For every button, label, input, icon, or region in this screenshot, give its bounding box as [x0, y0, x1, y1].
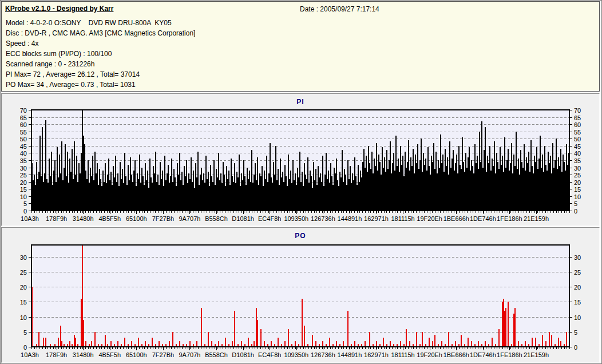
pi-bar: [419, 160, 421, 211]
pi-bar: [305, 175, 306, 211]
pi-bar: [540, 136, 541, 211]
pi-bar: [68, 183, 69, 211]
po-bar: [498, 329, 500, 347]
po-x-tick-label: 1DE746h: [470, 351, 496, 358]
pi-bar: [251, 150, 252, 211]
pi-bar: [173, 169, 175, 211]
pi-bar: [303, 186, 304, 211]
pi-bar: [296, 185, 297, 211]
po-bar: [45, 338, 46, 347]
pi-bar: [501, 165, 502, 211]
pi-bar: [485, 127, 486, 211]
pi-bar: [558, 157, 559, 211]
pi-bar: [397, 166, 398, 211]
pi-bar: [345, 175, 346, 211]
pi-bar: [512, 173, 513, 211]
pi-bar: [223, 162, 224, 211]
po-y-tick-label: 5: [23, 329, 27, 336]
pi-bar: [508, 149, 509, 211]
pi-bar: [227, 179, 228, 211]
pi-bar: [401, 165, 402, 211]
pi-bar: [211, 176, 212, 211]
pi-bar: [418, 169, 419, 211]
info-line-model: Model : 4-0-2-0 O:SONY DVD RW DRU-800A K…: [6, 18, 195, 28]
pi-bar: [229, 185, 231, 211]
pi-bar: [526, 157, 527, 211]
pi-bar: [543, 172, 544, 211]
pi-bar: [318, 166, 319, 211]
po-bar: [383, 338, 384, 347]
pi-y-tick-label: 60: [574, 121, 581, 128]
pi-bar: [352, 173, 353, 211]
pi-bar: [203, 173, 204, 211]
po-bar: [429, 338, 430, 347]
pi-bar: [90, 168, 91, 211]
pi-bar: [65, 144, 66, 211]
po-bar: [518, 341, 519, 347]
pi-bar: [386, 150, 387, 211]
pi-bar: [316, 185, 318, 211]
pi-bar: [149, 159, 150, 211]
pi-bar: [191, 157, 192, 211]
pi-bar: [385, 172, 386, 211]
pi-bar: [411, 166, 413, 211]
pi-bar: [257, 157, 258, 211]
po-bar: [558, 338, 559, 347]
pi-bar: [110, 172, 112, 211]
pi-bar: [204, 183, 205, 211]
pi-bar: [232, 176, 233, 211]
pi-x-tick-label: 19F20Eh: [417, 215, 442, 222]
pi-bar: [392, 163, 393, 211]
pi-bar: [57, 147, 58, 211]
pi-bar: [442, 155, 443, 211]
pi-bar: [423, 153, 424, 211]
pi-bar: [324, 175, 326, 211]
pi-bar: [497, 162, 498, 211]
pi-bar: [284, 165, 286, 211]
pi-bar: [437, 173, 438, 211]
pi-bar: [449, 141, 450, 211]
pi-bar: [260, 176, 262, 211]
pi-bar: [496, 153, 497, 211]
pi-bar: [177, 163, 178, 211]
pi-bar: [67, 152, 68, 211]
pi-bar: [280, 159, 281, 211]
po-bar: [264, 341, 265, 347]
po-bar: [505, 308, 506, 347]
pi-bar: [155, 152, 156, 211]
pi-bar: [288, 155, 289, 211]
pi-bar: [294, 180, 295, 211]
po-y-tick-label: 0: [23, 344, 27, 351]
pi-bar: [160, 162, 161, 211]
pi-bar: [454, 171, 455, 211]
pi-bar: [347, 160, 348, 211]
pi-bar: [168, 165, 169, 211]
po-bar: [322, 341, 323, 347]
pi-bar: [258, 185, 259, 211]
pi-bar: [549, 163, 550, 211]
pi-bar: [126, 185, 128, 211]
pi-bar: [516, 132, 517, 211]
pi-bar: [279, 185, 280, 211]
pi-bar: [125, 176, 126, 211]
pi-bar: [346, 185, 347, 211]
pi-bar: [506, 160, 508, 211]
pi-bar: [528, 152, 529, 211]
po-bar: [257, 320, 258, 347]
pi-y-tick-label: 65: [20, 114, 27, 121]
pi-bar: [421, 139, 422, 211]
pi-bar: [162, 171, 163, 211]
pi-bar: [486, 172, 487, 211]
pi-bar: [44, 173, 45, 211]
pi-bar: [328, 171, 329, 211]
pi-bar: [193, 171, 194, 211]
pi-bar: [478, 169, 479, 211]
po-x-tick-label: 126736h: [311, 351, 335, 358]
po-bar: [513, 314, 514, 347]
pi-bar: [476, 163, 477, 211]
pi-bar: [306, 179, 307, 211]
pi-bar: [426, 171, 427, 211]
pi-bar: [520, 150, 521, 211]
pi-bar: [555, 160, 556, 211]
pi-bar: [231, 159, 232, 211]
